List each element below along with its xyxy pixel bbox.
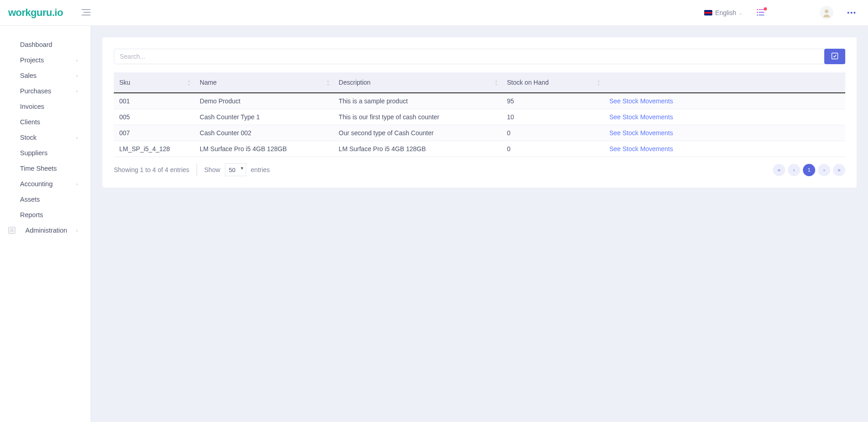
cell-description: Our second type of Cash Counter xyxy=(333,125,502,141)
cell-soh: 95 xyxy=(502,93,604,109)
chevron-right-icon: › xyxy=(76,181,78,187)
sidebar-item-projects[interactable]: Projects› xyxy=(0,52,91,68)
check-icon xyxy=(831,52,838,61)
svg-point-3 xyxy=(757,9,758,10)
cell-sku: 005 xyxy=(114,109,194,125)
sidebar-item-dashboard[interactable]: Dashboard xyxy=(0,37,91,52)
sidebar-item-assets[interactable]: Assets xyxy=(0,192,91,207)
sidebar-item-label: Time Sheets xyxy=(20,165,57,172)
page-last-button[interactable]: » xyxy=(833,164,845,176)
sidebar-item-time-sheets[interactable]: Time Sheets xyxy=(0,161,91,176)
sidebar-item-reports[interactable]: Reports xyxy=(0,207,91,223)
divider xyxy=(197,163,197,176)
table-row: 007Cash Counter 002Our second type of Ca… xyxy=(114,125,845,141)
sidebar-item-label: Invoices xyxy=(20,103,44,110)
flag-icon xyxy=(704,10,712,15)
col-name[interactable]: Name▲▼ xyxy=(194,72,333,93)
cell-name: Cash Counter 002 xyxy=(194,125,333,141)
sort-icon: ▲▼ xyxy=(495,79,498,86)
cell-name: LM Surface Pro i5 4GB 128GB xyxy=(194,141,333,157)
search-input[interactable] xyxy=(114,49,824,64)
see-stock-movements-link[interactable]: See Stock Movements xyxy=(609,129,673,137)
sidebar-item-label: Dashboard xyxy=(20,41,52,48)
cell-sku: LM_SP_i5_4_128 xyxy=(114,141,194,157)
sidebar-item-suppliers[interactable]: Suppliers xyxy=(0,145,91,161)
cell-soh: 10 xyxy=(502,109,604,125)
sidebar-item-label: Reports xyxy=(20,211,43,219)
col-description[interactable]: Description▲▼ xyxy=(333,72,502,93)
sidebar-item-label: Purchases xyxy=(20,87,51,95)
sidebar: DashboardProjects›Sales›Purchases›Invoic… xyxy=(0,26,91,422)
col-stock-on-hand[interactable]: Stock on Hand▲▼ xyxy=(502,72,604,93)
menu-toggle-icon[interactable] xyxy=(81,9,91,17)
sidebar-item-clients[interactable]: Clients xyxy=(0,114,91,130)
cell-description: This is a sample product xyxy=(333,93,502,109)
cell-action: See Stock Movements xyxy=(604,109,845,125)
sidebar-item-label: Sales xyxy=(20,72,36,79)
sidebar-item-label: Stock xyxy=(20,134,36,141)
notification-dot-icon xyxy=(764,7,767,10)
cell-name: Cash Counter Type 1 xyxy=(194,109,333,125)
see-stock-movements-link[interactable]: See Stock Movements xyxy=(609,97,673,105)
chevron-right-icon: › xyxy=(76,228,78,233)
stock-table: Sku▲▼Name▲▼Description▲▼Stock on Hand▲▼▲… xyxy=(114,72,845,157)
page-next-button[interactable]: › xyxy=(818,164,830,176)
col-actions[interactable]: ▲▼ xyxy=(604,72,845,93)
col-label: Sku xyxy=(119,79,130,86)
chevron-right-icon: › xyxy=(76,73,78,78)
col-label: Name xyxy=(200,79,217,86)
cell-soh: 0 xyxy=(502,125,604,141)
cell-description: This is our first type of cash counter xyxy=(333,109,502,125)
svg-point-9 xyxy=(825,10,828,13)
quick-actions-button[interactable] xyxy=(756,8,765,18)
page-1-button[interactable]: 1 xyxy=(803,164,815,176)
sort-icon: ▲▼ xyxy=(326,79,330,86)
search-submit-button[interactable] xyxy=(824,49,845,64)
see-stock-movements-link[interactable]: See Stock Movements xyxy=(609,113,673,121)
sidebar-item-accounting[interactable]: Accounting› xyxy=(0,176,91,192)
svg-point-5 xyxy=(757,11,758,13)
page-size-wrap: 50 xyxy=(225,163,246,176)
search-row xyxy=(114,49,845,64)
cell-soh: 0 xyxy=(502,141,604,157)
page-size-select[interactable]: 50 xyxy=(225,163,246,176)
sidebar-item-label: Administration xyxy=(25,227,67,234)
chevron-right-icon: › xyxy=(76,57,78,63)
more-menu-icon[interactable]: ••• xyxy=(847,9,857,16)
svg-point-7 xyxy=(757,14,758,15)
user-avatar[interactable] xyxy=(820,6,833,20)
header-right: English ⌄ ••• xyxy=(704,6,857,20)
sidebar-item-sales[interactable]: Sales› xyxy=(0,68,91,83)
logo[interactable]: workguru.io xyxy=(8,7,63,19)
cell-sku: 007 xyxy=(114,125,194,141)
shell: DashboardProjects›Sales›Purchases›Invoic… xyxy=(0,26,868,422)
page-prev-button[interactable]: ‹ xyxy=(788,164,800,176)
sort-icon: ▲▼ xyxy=(188,79,191,86)
sidebar-item-label: Assets xyxy=(20,196,40,203)
footer-left: Showing 1 to 4 of 4 entries Show 50 entr… xyxy=(114,163,270,176)
cell-action: See Stock Movements xyxy=(604,141,845,157)
table-row: 001Demo ProductThis is a sample product9… xyxy=(114,93,845,109)
header-left: workguru.io xyxy=(8,7,91,19)
language-selector[interactable]: English ⌄ xyxy=(704,9,742,16)
sidebar-item-purchases[interactable]: Purchases› xyxy=(0,83,91,99)
col-sku[interactable]: Sku▲▼ xyxy=(114,72,194,93)
sidebar-item-administration[interactable]: Administration› xyxy=(0,223,91,238)
sidebar-item-label: Projects xyxy=(20,56,44,64)
page-first-button[interactable]: « xyxy=(773,164,785,176)
table-footer: Showing 1 to 4 of 4 entries Show 50 entr… xyxy=(114,163,845,176)
app-header: workguru.io English ⌄ ••• xyxy=(0,0,868,26)
cell-action: See Stock Movements xyxy=(604,125,845,141)
sidebar-item-label: Clients xyxy=(20,118,40,126)
cell-name: Demo Product xyxy=(194,93,333,109)
table-row: LM_SP_i5_4_128LM Surface Pro i5 4GB 128G… xyxy=(114,141,845,157)
entries-label: entries xyxy=(251,166,270,173)
sidebar-item-label: Suppliers xyxy=(20,149,47,157)
chevron-right-icon: › xyxy=(76,135,78,140)
content-card: Sku▲▼Name▲▼Description▲▼Stock on Hand▲▼▲… xyxy=(102,37,857,188)
table-row: 005Cash Counter Type 1This is our first … xyxy=(114,109,845,125)
sidebar-item-invoices[interactable]: Invoices xyxy=(0,99,91,114)
see-stock-movements-link[interactable]: See Stock Movements xyxy=(609,145,673,153)
language-label: English xyxy=(715,9,736,16)
sidebar-item-stock[interactable]: Stock› xyxy=(0,130,91,145)
